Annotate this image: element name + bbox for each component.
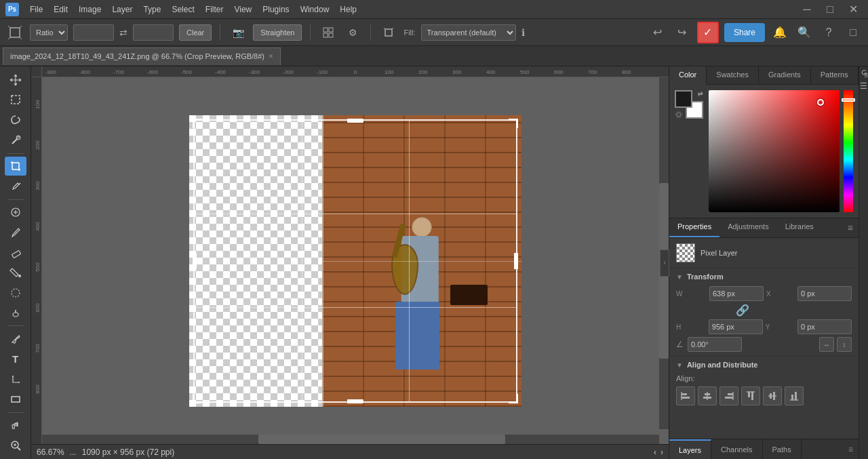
x-input[interactable] xyxy=(797,286,852,301)
tool-eraser[interactable] xyxy=(5,243,26,262)
tab-close-button[interactable]: × xyxy=(269,52,273,61)
tool-spot-heal[interactable] xyxy=(5,203,26,222)
menu-filter[interactable]: Filter xyxy=(205,5,224,14)
undo-icon[interactable]: ↩ xyxy=(648,23,667,42)
straighten-button[interactable]: Straighten xyxy=(253,24,302,41)
tool-magic-wand[interactable] xyxy=(5,131,26,150)
fill-info-icon[interactable]: ℹ xyxy=(521,27,525,38)
current-tool-icon xyxy=(5,23,24,42)
grid-icon[interactable] xyxy=(319,23,338,42)
bottom-tabs-menu[interactable]: ≡ xyxy=(843,439,859,459)
maximize-button[interactable]: □ xyxy=(821,0,840,19)
ratio-select[interactable]: Ratio xyxy=(30,24,68,41)
horizontal-scrollbar[interactable] xyxy=(42,435,659,444)
flip-h-button[interactable]: ↔ xyxy=(819,337,834,352)
flip-v-button[interactable]: ↕ xyxy=(837,337,852,352)
hue-slider[interactable] xyxy=(844,90,853,212)
redo-icon[interactable]: ↪ xyxy=(673,23,692,42)
tab-gradients[interactable]: Gradients xyxy=(759,66,811,84)
notifications-icon[interactable]: 🔔 xyxy=(770,23,789,42)
settings-icon[interactable]: ⚙ xyxy=(343,23,362,42)
confirm-button[interactable]: ✓ xyxy=(697,22,719,43)
tool-rectangle[interactable] xyxy=(5,390,26,409)
tab-libraries[interactable]: Libraries xyxy=(777,218,822,237)
tool-pen[interactable] xyxy=(5,330,26,348)
color-panel-menu[interactable]: ≡ xyxy=(859,66,868,84)
menu-select[interactable]: Select xyxy=(172,5,194,14)
link-proportions-icon[interactable]: 🔗 xyxy=(736,304,749,317)
menu-window[interactable]: Window xyxy=(300,5,330,14)
tool-blur[interactable] xyxy=(5,283,26,302)
tool-hand[interactable] xyxy=(5,416,26,435)
svg-text:800: 800 xyxy=(622,69,631,75)
menu-plugins[interactable]: Plugins xyxy=(262,5,289,14)
tab-swatches[interactable]: Swatches xyxy=(707,66,759,84)
tab-channels[interactable]: Channels xyxy=(711,439,762,459)
menu-view[interactable]: View xyxy=(234,5,252,14)
document-tab[interactable]: image_2024_12_18T10_49_43_241Z.png @ 66.… xyxy=(3,47,281,65)
tool-zoom[interactable] xyxy=(5,436,26,455)
tool-dodge[interactable] xyxy=(5,304,26,323)
menu-help[interactable]: Help xyxy=(340,5,357,14)
tab-properties[interactable]: Properties xyxy=(669,218,719,237)
tab-adjustments[interactable]: Adjustments xyxy=(719,218,777,237)
tool-paint-bucket[interactable] xyxy=(5,263,26,282)
panel-collapse-button[interactable]: › xyxy=(660,250,669,277)
tool-brush[interactable] xyxy=(5,223,26,242)
canvas-viewport[interactable] xyxy=(42,77,669,444)
tab-layers[interactable]: Layers xyxy=(669,439,711,459)
foreground-color-swatch[interactable] xyxy=(675,90,692,108)
w-input[interactable] xyxy=(709,286,764,301)
reset-colors-icon[interactable]: ⬡ xyxy=(675,111,683,119)
tab-paths[interactable]: Paths xyxy=(763,439,802,459)
h-input[interactable] xyxy=(709,319,763,334)
close-button[interactable]: ✕ xyxy=(844,0,863,19)
tool-marquee[interactable] xyxy=(5,91,26,110)
help-icon[interactable]: ? xyxy=(819,23,838,42)
tool-eyedropper[interactable] xyxy=(5,177,26,196)
svg-rect-70 xyxy=(728,393,733,395)
nav-right-arrow[interactable]: › xyxy=(660,447,663,457)
canvas-image xyxy=(189,115,521,407)
search-icon[interactable]: 🔍 xyxy=(795,23,814,42)
tool-lasso[interactable] xyxy=(5,111,26,129)
align-center-h-button[interactable] xyxy=(698,386,717,405)
align-bottom-button[interactable] xyxy=(785,386,804,405)
canvas-divider-horizontal xyxy=(322,261,521,262)
menu-type[interactable]: Type xyxy=(143,5,161,14)
tool-move[interactable] xyxy=(5,71,26,89)
share-button[interactable]: Share xyxy=(724,23,765,42)
y-input[interactable] xyxy=(797,319,852,334)
svg-rect-25 xyxy=(12,250,20,258)
menu-bar: Ps File Edit Image Layer Type Select Fil… xyxy=(0,0,868,19)
menu-layer[interactable]: Layer xyxy=(112,5,132,14)
align-right-button[interactable] xyxy=(719,386,738,405)
menu-file[interactable]: File xyxy=(30,5,43,14)
align-section-header[interactable]: ▼ Align and Distribute xyxy=(676,361,852,369)
nav-left-arrow[interactable]: ‹ xyxy=(654,447,656,457)
swap-dimensions-icon[interactable]: ⇄ xyxy=(119,27,127,38)
arrange-icon[interactable]: □ xyxy=(844,23,863,42)
fill-select[interactable]: Transparent (default) xyxy=(421,24,516,41)
tab-patterns[interactable]: Patterns xyxy=(811,66,859,84)
width-input[interactable] xyxy=(73,24,114,41)
align-left-button[interactable] xyxy=(676,386,695,405)
menu-image[interactable]: Image xyxy=(79,5,101,14)
properties-panel-menu[interactable]: ≡ xyxy=(842,218,859,237)
transform-section-header[interactable]: ▼ Transform xyxy=(676,273,852,281)
minimize-button[interactable]: ─ xyxy=(797,0,816,19)
svg-rect-65 xyxy=(682,397,690,399)
tool-path-select[interactable] xyxy=(5,370,26,389)
menu-edit[interactable]: Edit xyxy=(54,5,68,14)
align-top-button[interactable] xyxy=(741,386,760,405)
color-gradient-picker[interactable] xyxy=(709,90,840,212)
swap-colors-icon[interactable]: ⇄ xyxy=(698,90,703,97)
tab-color[interactable]: Color xyxy=(669,66,707,85)
clear-button[interactable]: Clear xyxy=(179,24,212,41)
tool-crop[interactable] xyxy=(5,157,26,176)
height-input[interactable] xyxy=(133,24,174,41)
svg-text:300: 300 xyxy=(35,181,41,191)
tool-text[interactable]: T xyxy=(5,350,26,369)
angle-input[interactable] xyxy=(688,337,742,352)
align-middle-v-button[interactable] xyxy=(763,386,782,405)
